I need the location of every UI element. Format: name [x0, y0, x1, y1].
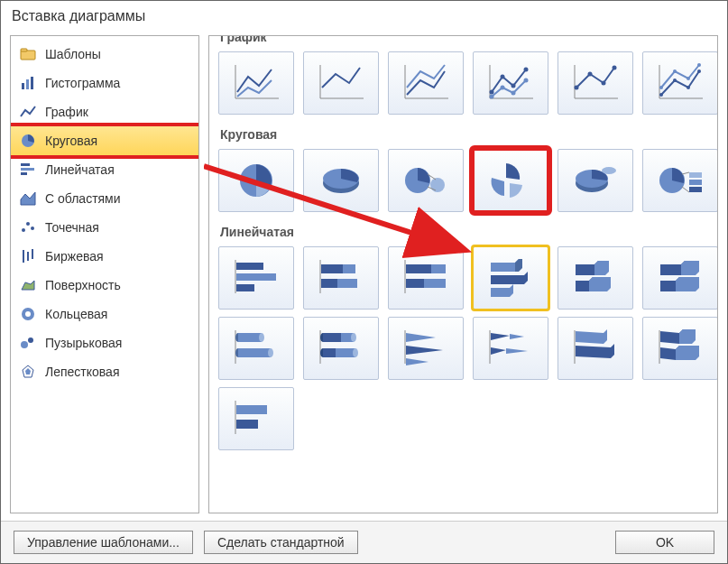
bar-icon: [20, 75, 36, 91]
bubble-icon: [20, 335, 36, 351]
chart-thumb-pie-6[interactable]: [642, 149, 718, 212]
svg-point-48: [673, 79, 677, 82]
chart-thumb-bar-7[interactable]: [218, 317, 294, 380]
svg-rect-110: [323, 348, 336, 357]
chart-thumb-line-2[interactable]: [303, 51, 379, 115]
chart-thumb-bar-12[interactable]: [642, 317, 718, 380]
dialog-title: Вставка диаграммы: [1, 1, 727, 35]
svg-marker-94: [681, 261, 699, 275]
svg-rect-82: [431, 264, 446, 273]
chart-thumb-bar-8[interactable]: [303, 317, 379, 380]
svg-rect-83: [406, 279, 424, 288]
chart-thumb-bar-5[interactable]: [558, 246, 633, 310]
sidebar-item-label: Биржевая: [45, 249, 104, 264]
svg-marker-127: [679, 329, 696, 344]
sidebar-item-templates[interactable]: Шаблоны: [11, 40, 198, 69]
chart-thumb-bar-3[interactable]: [388, 246, 464, 310]
svg-rect-68: [689, 187, 702, 192]
chart-thumb-pie-2[interactable]: [303, 149, 379, 212]
svg-rect-78: [321, 279, 337, 288]
svg-rect-106: [323, 333, 341, 342]
svg-marker-93: [660, 261, 685, 275]
svg-rect-66: [689, 172, 702, 178]
svg-rect-4: [31, 77, 33, 89]
svg-point-41: [575, 86, 579, 90]
sidebar-item-label: Точечная: [45, 220, 99, 235]
section-title-bar: Линейчатая: [220, 225, 708, 239]
svg-marker-88: [491, 284, 513, 297]
sidebar-item-label: Поверхность: [45, 278, 121, 292]
svg-rect-74: [236, 284, 254, 291]
sidebar-item-column[interactable]: Гистограмма: [11, 69, 198, 97]
sidebar-item-stock[interactable]: Биржевая: [11, 242, 198, 271]
chart-thumb-bar-11[interactable]: [558, 317, 633, 380]
set-default-button[interactable]: Сделать стандартной: [204, 531, 358, 554]
surface-icon: [20, 277, 36, 293]
svg-marker-22: [25, 368, 31, 374]
svg-marker-86: [515, 259, 522, 272]
manage-templates-button[interactable]: Управление шаблонами...: [14, 531, 193, 554]
svg-marker-96: [676, 277, 699, 291]
chart-thumb-bar-4[interactable]: [473, 246, 548, 310]
svg-point-33: [511, 84, 516, 88]
svg-marker-120: [491, 347, 506, 355]
sidebar-item-scatter[interactable]: Точечная: [11, 213, 198, 242]
svg-rect-2: [22, 83, 24, 89]
svg-rect-132: [236, 420, 258, 429]
svg-point-42: [588, 72, 593, 77]
chart-thumb-line-1[interactable]: [218, 51, 294, 115]
svg-point-112: [353, 348, 358, 357]
ok-button[interactable]: OK: [615, 531, 714, 554]
svg-point-43: [602, 81, 606, 86]
chart-thumb-pie-4[interactable]: [473, 149, 548, 212]
donut-icon: [20, 306, 36, 322]
svg-marker-123: [576, 329, 607, 344]
chart-thumb-bar-1[interactable]: [218, 246, 294, 310]
chart-thumb-bar-2[interactable]: [303, 246, 379, 310]
sidebar-item-label: Гистограмма: [45, 76, 120, 90]
svg-rect-76: [321, 264, 343, 273]
chart-thumb-pie-1[interactable]: [218, 149, 294, 212]
thumb-row-bar-2: [218, 317, 708, 380]
chart-thumb-line-4[interactable]: [473, 51, 548, 115]
svg-point-100: [259, 333, 264, 342]
scatter-icon: [20, 219, 36, 236]
sidebar-item-label: Круговая: [45, 134, 97, 148]
chart-thumb-bar-9[interactable]: [388, 317, 464, 380]
chart-thumb-bar-13[interactable]: [218, 387, 294, 450]
svg-point-50: [697, 69, 701, 73]
svg-point-35: [490, 95, 494, 99]
sidebar-item-bubble[interactable]: Пузырьковая: [11, 328, 198, 357]
svg-rect-7: [21, 168, 34, 171]
section-title-line: График: [220, 35, 708, 44]
line-icon: [20, 104, 36, 120]
chart-thumb-line-5[interactable]: [558, 51, 633, 115]
chart-thumb-bar-10[interactable]: [473, 317, 548, 380]
sidebar-item-donut[interactable]: Кольцевая: [11, 300, 198, 328]
chart-thumb-bar-6[interactable]: [642, 246, 718, 310]
sidebar-item-surface[interactable]: Поверхность: [11, 271, 198, 300]
svg-marker-115: [406, 346, 443, 355]
svg-point-18: [25, 311, 31, 317]
chart-thumb-pie-3[interactable]: [388, 149, 464, 212]
sidebar-item-label: Лепестковая: [45, 365, 119, 379]
svg-line-70: [682, 187, 689, 192]
svg-rect-73: [236, 273, 276, 281]
svg-marker-90: [594, 261, 609, 275]
svg-point-59: [430, 178, 445, 192]
sidebar-item-label: Кольцевая: [45, 307, 107, 321]
chart-thumb-line-3[interactable]: [388, 51, 464, 115]
dialog-body: Шаблоны Гистограмма График Круговая Лине…: [1, 35, 727, 521]
hbar-icon: [20, 162, 36, 178]
sidebar-item-area[interactable]: С областями: [11, 184, 198, 213]
sidebar-item-bar[interactable]: Линейчатая: [11, 155, 198, 184]
thumb-row-bar-3: [218, 387, 708, 450]
sidebar-item-radar[interactable]: Лепестковая: [11, 357, 198, 386]
chart-thumb-pie-5[interactable]: [558, 149, 633, 212]
svg-rect-79: [337, 279, 357, 288]
svg-marker-129: [676, 346, 699, 360]
chart-thumb-line-6[interactable]: [642, 51, 718, 115]
stock-icon: [20, 248, 36, 264]
sidebar-item-label: Линейчатая: [45, 162, 115, 177]
sidebar-item-pie[interactable]: Круговая: [10, 123, 199, 159]
